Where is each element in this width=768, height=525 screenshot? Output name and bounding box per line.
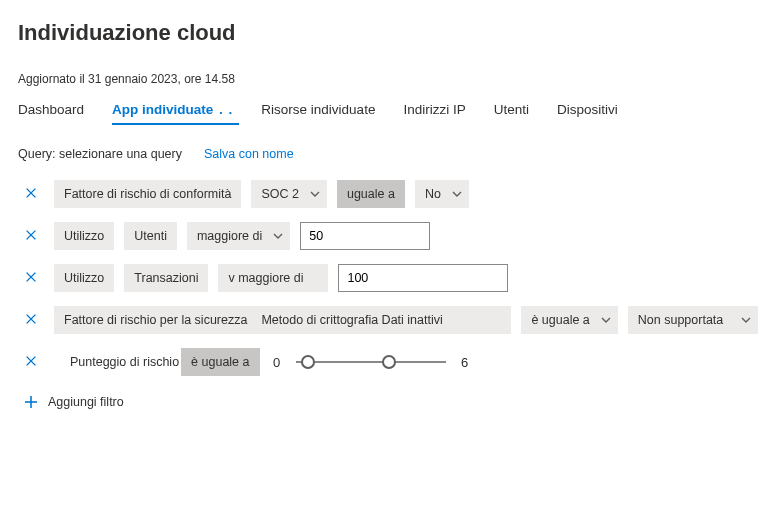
save-as-label: Salva con nome — [204, 147, 294, 161]
page-title: Individuazione cloud — [18, 0, 750, 54]
filter-operator-select[interactable]: maggiore di — [187, 222, 290, 250]
filter-operator-label: è uguale a — [531, 313, 589, 327]
tab-overflow-dots: . . — [219, 102, 233, 117]
tab-users[interactable]: Utenti — [494, 96, 529, 125]
query-bar: Query: selezionare una query Salva con n… — [18, 147, 750, 161]
updated-timestamp: Aggiornato il 31 gennaio 2023, ore 14.58 — [18, 54, 750, 96]
tab-discovered-resources[interactable]: Risorse individuate — [261, 96, 375, 125]
filter-value-label: Non supportata — [638, 313, 723, 327]
filter-row-risk-score: Punteggio di rischio è uguale a 0 6 — [18, 347, 750, 377]
slider-track[interactable] — [296, 350, 446, 374]
filter-operator[interactable]: è uguale a — [181, 348, 259, 376]
slider-thumb-max[interactable] — [382, 355, 396, 369]
chevron-down-icon — [740, 314, 752, 326]
tab-label: App individuate — [112, 102, 213, 117]
filter-subfield-select[interactable]: SOC 2 — [251, 180, 327, 208]
risk-score-slider[interactable]: 0 6 — [270, 350, 472, 374]
filter-operator[interactable]: v maggiore di — [218, 264, 328, 292]
tab-devices[interactable]: Dispositivi — [557, 96, 618, 125]
tabs-bar: Dashboard App individuate . . Risorse in… — [18, 96, 750, 125]
filter-subfield-label: SOC 2 — [261, 187, 299, 201]
filter-subfield[interactable]: Utenti — [124, 222, 177, 250]
chevron-down-icon — [600, 314, 612, 326]
chevron-down-icon — [309, 188, 321, 200]
filter-row-usage-users: Utilizzo Utenti maggiore di — [18, 221, 750, 251]
tab-dashboard[interactable]: Dashboard — [18, 96, 84, 125]
filter-subfield[interactable]: Metodo di crittografia Dati inattivi — [251, 306, 511, 334]
filter-row-security-risk: Fattore di rischio per la sicurezza Meto… — [18, 305, 750, 335]
filter-field[interactable]: Punteggio di rischio — [54, 348, 189, 376]
filter-value-input[interactable] — [300, 222, 430, 250]
slider-min-value: 0 — [270, 355, 284, 370]
tab-discovered-apps[interactable]: App individuate . . — [112, 96, 233, 125]
filter-operator[interactable]: uguale a — [337, 180, 405, 208]
remove-filter-button[interactable] — [24, 186, 40, 202]
filter-row-usage-transactions: Utilizzo Transazioni v maggiore di — [18, 263, 750, 293]
filter-value-label: No — [425, 187, 441, 201]
filter-subfield[interactable]: Transazioni — [124, 264, 208, 292]
slider-max-value: 6 — [458, 355, 472, 370]
query-selector[interactable]: Query: selezionare una query — [18, 147, 182, 161]
slider-thumb-min[interactable] — [301, 355, 315, 369]
filter-field[interactable]: Fattore di rischio di conformità — [54, 180, 241, 208]
filter-value-input[interactable] — [338, 264, 508, 292]
tab-ip-addresses[interactable]: Indirizzi IP — [403, 96, 465, 125]
filter-value-select[interactable]: No — [415, 180, 469, 208]
remove-filter-button[interactable] — [24, 354, 40, 370]
add-filter-label: Aggiungi filtro — [48, 395, 124, 409]
chevron-down-icon — [272, 230, 284, 242]
save-as-button[interactable]: Salva con nome — [198, 147, 294, 161]
filter-value-select[interactable]: Non supportata — [628, 306, 758, 334]
chevron-down-icon — [451, 188, 463, 200]
remove-filter-button[interactable] — [24, 228, 40, 244]
plus-icon — [24, 395, 38, 409]
filter-operator-label: maggiore di — [197, 229, 262, 243]
add-filter-button[interactable]: Aggiungi filtro — [24, 395, 750, 409]
remove-filter-button[interactable] — [24, 312, 40, 328]
filter-operator-select[interactable]: è uguale a — [521, 306, 617, 334]
filter-row-compliance: Fattore di rischio di conformità SOC 2 u… — [18, 179, 750, 209]
filter-field[interactable]: Utilizzo — [54, 222, 114, 250]
filter-field[interactable]: Utilizzo — [54, 264, 114, 292]
remove-filter-button[interactable] — [24, 270, 40, 286]
filter-field[interactable]: Fattore di rischio per la sicurezza — [54, 306, 251, 334]
